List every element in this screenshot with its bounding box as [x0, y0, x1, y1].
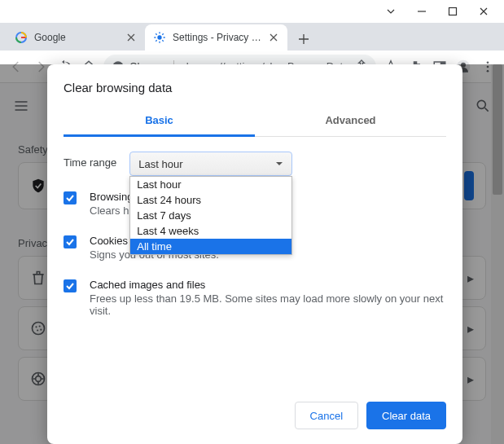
window-close-button[interactable] — [478, 6, 489, 17]
checkbox-cache[interactable] — [64, 279, 77, 292]
chevron-down-icon — [275, 158, 283, 170]
window-minimize-button[interactable] — [416, 6, 427, 17]
item-title: Cached images and files — [90, 279, 446, 291]
favicon-google — [15, 31, 28, 44]
svg-point-9 — [487, 61, 489, 64]
dialog-tabs: Basic Advanced — [64, 106, 446, 137]
time-range-select[interactable]: Last hour Last hour Last 24 hours Last 7… — [129, 152, 292, 176]
clear-browsing-data-dialog: Clear browsing data Basic Advanced Time … — [47, 64, 462, 444]
tab-close-button[interactable] — [125, 32, 137, 43]
clear-data-button[interactable]: Clear data — [366, 402, 446, 429]
tab-label: Google — [34, 32, 119, 43]
dropdown-option[interactable]: Last 24 hours — [130, 192, 291, 208]
window-caret-icon[interactable] — [385, 6, 397, 17]
window-titlebar — [0, 0, 504, 23]
dropdown-option[interactable]: All time — [130, 239, 291, 254]
tab-strip: Google Settings - Privacy and security — [0, 23, 504, 51]
browser-tab-google[interactable]: Google — [7, 24, 145, 51]
dialog-body: Time range Last hour Last hour Last 24 h… — [47, 137, 462, 392]
time-range-dropdown: Last hour Last 24 hours Last 7 days Last… — [129, 176, 292, 255]
tab-close-button[interactable] — [268, 32, 279, 43]
select-value: Last hour — [138, 158, 182, 170]
favicon-settings — [153, 31, 166, 44]
dialog-title: Clear browsing data — [47, 64, 462, 106]
tab-label: Settings - Privacy and security — [173, 32, 261, 43]
browser-tab-settings[interactable]: Settings - Privacy and security — [145, 24, 287, 51]
item-subtitle: Frees up less than 19.5 MB. Some sites m… — [90, 292, 446, 317]
svg-rect-0 — [449, 8, 457, 15]
time-range-label: Time range — [64, 152, 116, 169]
dialog-footer: Cancel Clear data — [47, 392, 462, 444]
svg-point-2 — [157, 35, 161, 39]
cancel-button[interactable]: Cancel — [295, 402, 358, 429]
tab-basic[interactable]: Basic — [64, 106, 255, 137]
checkbox-browsing-history[interactable] — [64, 191, 77, 204]
checkbox-row-cache: Cached images and files Frees up less th… — [64, 279, 446, 317]
dropdown-option[interactable]: Last 7 days — [130, 208, 291, 223]
dropdown-option[interactable]: Last hour — [130, 177, 291, 192]
new-tab-button[interactable] — [292, 28, 315, 51]
dropdown-option[interactable]: Last 4 weeks — [130, 223, 291, 239]
tab-advanced[interactable]: Advanced — [255, 106, 446, 136]
checkbox-cookies[interactable] — [64, 235, 77, 248]
window-maximize-button[interactable] — [447, 6, 458, 17]
